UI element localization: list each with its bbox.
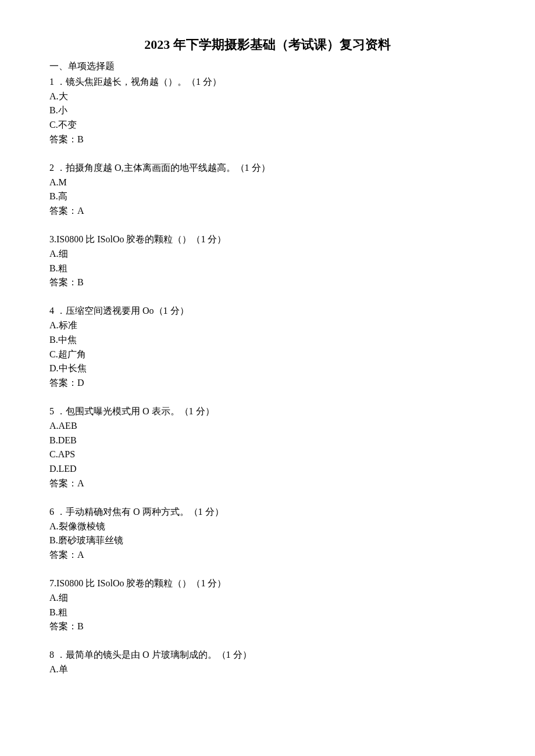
question-number: 7. [49, 578, 56, 588]
question-option: D.LED [49, 462, 486, 476]
question-option: B.DEB [49, 433, 486, 448]
question-text: 4 ．压缩空间透视要用 Oo（1 分） [49, 304, 486, 318]
question-option: B.小 [49, 103, 486, 118]
question-text: 1 ．镜头焦距越长，视角越（）。（1 分） [49, 75, 486, 89]
question-number: 5 ． [49, 406, 66, 416]
question-option: C.超广角 [49, 347, 486, 362]
question-number: 3. [49, 234, 56, 244]
question-text: 3.IS0800 比 ISolOo 胶卷的颗粒（）（1 分） [49, 232, 486, 247]
question-option: A.大 [49, 89, 486, 104]
question-option: A.细 [49, 247, 486, 261]
page-title: 2023 年下学期摄影基础（考试课）复习资料 [49, 35, 486, 55]
question-body: 手动精确对焦有 O 两种方式。（1 分） [66, 507, 224, 517]
question-option: C.不变 [49, 118, 486, 132]
question-option: A.AEB [49, 419, 486, 433]
question-answer: 答案：B [49, 132, 486, 147]
question-text: 2 ．拍摄角度越 O,主体离画面的地平线越高。（1 分） [49, 161, 486, 175]
question-answer: 答案：D [49, 376, 486, 390]
question-answer: 答案：A [49, 204, 486, 218]
question-number: 2 ． [49, 163, 66, 173]
question-option: C.APS [49, 447, 486, 462]
question-answer: 答案：B [49, 275, 486, 290]
question-answer: 答案：B [49, 619, 486, 634]
question-option: B.中焦 [49, 333, 486, 347]
question-block: 5 ．包围式曝光模式用 O 表示。（1 分）A.AEBB.DEBC.APSD.L… [49, 404, 486, 491]
question-block: 7.IS0800 比 ISolOo 胶卷的颗粒（）（1 分）A.细B.粗答案：B [49, 576, 486, 634]
question-body: 包围式曝光模式用 O 表示。（1 分） [66, 406, 215, 416]
question-body: IS0800 比 ISolOo 胶卷的颗粒（）（1 分） [56, 234, 226, 244]
question-text: 8 ．最简单的镜头是由 O 片玻璃制成的。（1 分） [49, 648, 486, 662]
question-body: IS0800 比 ISolOo 胶卷的颗粒（）（1 分） [56, 578, 226, 588]
question-text: 7.IS0800 比 ISolOo 胶卷的颗粒（）（1 分） [49, 576, 486, 591]
question-block: 2 ．拍摄角度越 O,主体离画面的地平线越高。（1 分）A.MB.高答案：A [49, 161, 486, 218]
document-page: 2023 年下学期摄影基础（考试课）复习资料 一、单项选择题 1 ．镜头焦距越长… [0, 0, 535, 756]
question-option: A.单 [49, 662, 486, 677]
questions-container: 1 ．镜头焦距越长，视角越（）。（1 分）A.大B.小C.不变答案：B2 ．拍摄… [49, 75, 486, 677]
question-text: 5 ．包围式曝光模式用 O 表示。（1 分） [49, 404, 486, 419]
question-block: 8 ．最简单的镜头是由 O 片玻璃制成的。（1 分）A.单 [49, 648, 486, 677]
question-answer: 答案：A [49, 476, 486, 491]
question-number: 4 ． [49, 306, 66, 316]
question-body: 镜头焦距越长，视角越（）。（1 分） [66, 77, 222, 87]
question-option: A.标准 [49, 318, 486, 333]
question-number: 8 ． [49, 650, 66, 660]
question-option: B.高 [49, 189, 486, 204]
question-block: 6 ．手动精确对焦有 O 两种方式。（1 分）A.裂像微棱镜B.磨砂玻璃菲丝镜答… [49, 505, 486, 562]
question-body: 压缩空间透视要用 Oo（1 分） [66, 306, 189, 316]
question-option: B.磨砂玻璃菲丝镜 [49, 533, 486, 548]
question-option: B.粗 [49, 261, 486, 276]
question-block: 1 ．镜头焦距越长，视角越（）。（1 分）A.大B.小C.不变答案：B [49, 75, 486, 147]
question-number: 6 ． [49, 507, 66, 517]
question-answer: 答案：A [49, 548, 486, 562]
question-option: A.M [49, 175, 486, 190]
section-header: 一、单项选择题 [49, 59, 486, 74]
question-block: 3.IS0800 比 ISolOo 胶卷的颗粒（）（1 分）A.细B.粗答案：B [49, 232, 486, 290]
question-text: 6 ．手动精确对焦有 O 两种方式。（1 分） [49, 505, 486, 519]
question-block: 4 ．压缩空间透视要用 Oo（1 分）A.标准B.中焦C.超广角D.中长焦答案：… [49, 304, 486, 390]
question-number: 1 ． [49, 77, 66, 87]
question-body: 拍摄角度越 O,主体离画面的地平线越高。（1 分） [66, 163, 270, 173]
question-body: 最简单的镜头是由 O 片玻璃制成的。（1 分） [66, 650, 252, 660]
question-option: B.粗 [49, 605, 486, 620]
question-option: D.中长焦 [49, 361, 486, 376]
question-option: A.细 [49, 591, 486, 605]
question-option: A.裂像微棱镜 [49, 519, 486, 534]
